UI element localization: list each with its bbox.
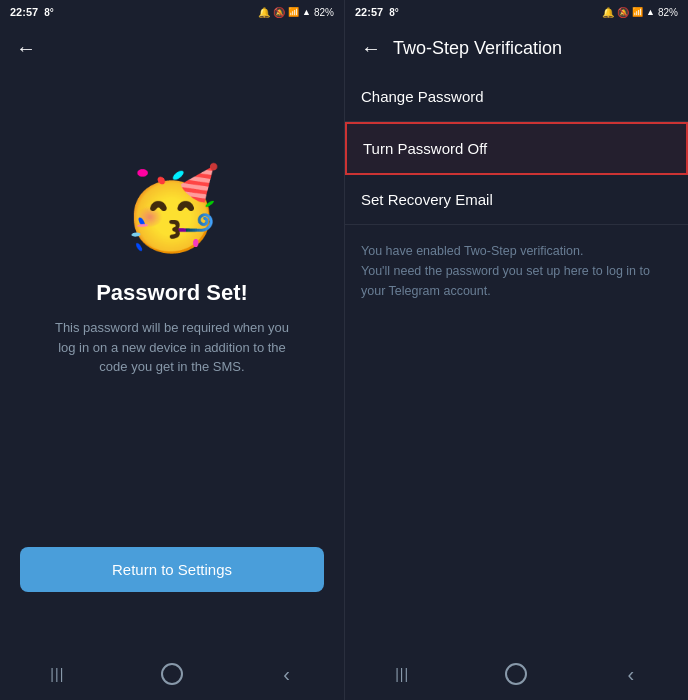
left-status-bar: 22:57 8° 🔔 🔕 📶 ▲ 82% — [0, 0, 344, 24]
left-nav-home[interactable] — [152, 654, 192, 694]
right-back-button[interactable]: ← — [361, 37, 381, 60]
right-recent-apps-icon: ||| — [395, 666, 409, 682]
right-status-time-area: 22:57 8° — [355, 6, 399, 18]
right-panel: 22:57 8° 🔔 🔕 📶 ▲ 82% ← Two-Step Verifica… — [344, 0, 688, 700]
info-text-container: You have enabled Two-Step verification.Y… — [345, 225, 688, 317]
change-password-label: Change Password — [361, 88, 484, 105]
right-back-nav-icon: ‹ — [627, 663, 634, 686]
left-status-icons: 🔔 🔕 📶 ▲ 82% — [258, 7, 334, 18]
settings-menu-list: Change Password Turn Password Off Set Re… — [345, 72, 688, 652]
left-status-time-area: 22:57 8° — [10, 6, 54, 18]
turn-password-off-label: Turn Password Off — [363, 140, 487, 157]
right-nav-back[interactable]: ‹ — [611, 654, 651, 694]
password-set-description: This password will be required when you … — [52, 318, 292, 377]
alarm-icon: 🔔 — [258, 7, 270, 18]
right-page-title: Two-Step Verification — [393, 38, 562, 59]
right-top-bar: ← Two-Step Verification — [345, 24, 688, 72]
right-nav-recent-apps[interactable]: ||| — [382, 654, 422, 694]
left-main-content: 🥳 Password Set! This password will be re… — [0, 32, 344, 507]
return-to-settings-button[interactable]: Return to Settings — [20, 547, 324, 592]
right-signal-icon: 📶 — [632, 7, 643, 17]
battery-text: 82% — [314, 7, 334, 18]
back-nav-icon: ‹ — [283, 663, 290, 686]
right-status-bar: 22:57 8° 🔔 🔕 📶 ▲ 82% — [345, 0, 688, 24]
left-bottom-nav: ||| ‹ — [0, 652, 344, 700]
recent-apps-icon: ||| — [50, 666, 64, 682]
two-step-info-text: You have enabled Two-Step verification.Y… — [361, 241, 672, 301]
party-emoji: 🥳 — [122, 162, 222, 256]
left-panel: 22:57 8° 🔔 🔕 📶 ▲ 82% ← 🥳 Password Set! T… — [0, 0, 344, 700]
right-wifi-icon: ▲ — [646, 7, 655, 17]
right-nav-home[interactable] — [496, 654, 536, 694]
mute-icon: 🔕 — [273, 7, 285, 18]
right-mute-icon: 🔕 — [617, 7, 629, 18]
right-bottom-nav: ||| ‹ — [345, 652, 688, 700]
home-icon — [161, 663, 183, 685]
set-recovery-email-item[interactable]: Set Recovery Email — [345, 175, 688, 225]
right-status-icons: 🔔 🔕 📶 ▲ 82% — [602, 7, 678, 18]
return-btn-container: Return to Settings — [0, 547, 344, 652]
turn-password-off-item[interactable]: Turn Password Off — [345, 122, 688, 175]
left-time: 22:57 — [10, 6, 38, 18]
left-nav-back[interactable]: ‹ — [267, 654, 307, 694]
change-password-item[interactable]: Change Password — [345, 72, 688, 122]
left-temp: 8° — [44, 7, 54, 18]
right-temp: 8° — [389, 7, 399, 18]
left-nav-recent-apps[interactable]: ||| — [37, 654, 77, 694]
signal-icon: 📶 — [288, 7, 299, 17]
password-set-title: Password Set! — [96, 280, 248, 306]
right-time: 22:57 — [355, 6, 383, 18]
right-home-icon — [505, 663, 527, 685]
right-alarm-icon: 🔔 — [602, 7, 614, 18]
right-battery-text: 82% — [658, 7, 678, 18]
set-recovery-email-label: Set Recovery Email — [361, 191, 493, 208]
wifi-icon: ▲ — [302, 7, 311, 17]
